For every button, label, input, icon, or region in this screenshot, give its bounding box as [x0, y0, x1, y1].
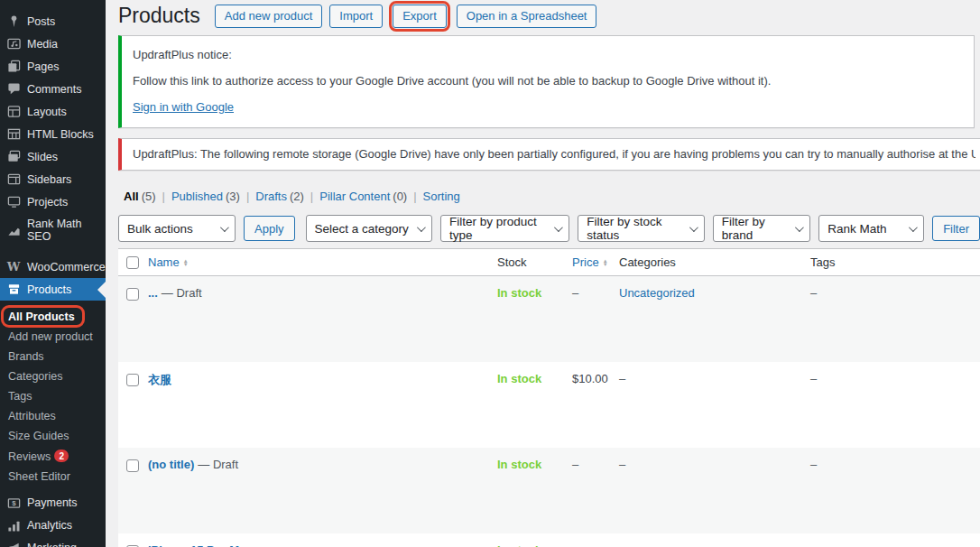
- sidebar-item-sidebars[interactable]: Sidebars: [0, 168, 106, 190]
- brand-filter-select[interactable]: Filter by brand: [713, 215, 810, 242]
- column-header-categories: Categories: [619, 255, 810, 269]
- page-title: Products: [118, 4, 200, 29]
- sidebar-item-projects[interactable]: Projects: [0, 190, 106, 213]
- rank-math-filter-select[interactable]: Rank Math: [818, 215, 924, 242]
- screen-icon: [6, 195, 21, 209]
- product-title-link[interactable]: 衣服: [148, 373, 171, 386]
- column-header-name[interactable]: Name▲▼: [148, 255, 189, 269]
- sort-arrows-icon: ▲▼: [183, 259, 189, 266]
- product-title-link[interactable]: ...: [148, 286, 158, 300]
- tags-value: –: [810, 286, 817, 300]
- view-published[interactable]: Published(3): [156, 190, 240, 203]
- categories-value: –: [619, 543, 625, 547]
- sidebar-item-brands[interactable]: Brands: [0, 347, 106, 366]
- add-new-product-button[interactable]: Add new product: [215, 5, 323, 29]
- bulk-actions-select[interactable]: Bulk actions: [118, 215, 236, 242]
- sidebar-item-tags[interactable]: Tags: [0, 386, 106, 406]
- sidebar-item-size-guides[interactable]: Size Guides: [0, 426, 106, 446]
- sidebar-item-analytics[interactable]: Analytics: [0, 515, 106, 537]
- seo-graph-icon: [6, 224, 21, 237]
- post-state: — Draft: [162, 286, 202, 300]
- sidebar-item-label: Layouts: [27, 106, 67, 118]
- sidebar-item-label: Slides: [27, 151, 58, 163]
- sidebar-item-sheet-editor[interactable]: Sheet Editor: [0, 467, 106, 487]
- chevron-down-icon: [220, 223, 229, 232]
- products-box-icon: [6, 283, 21, 296]
- view-sorting[interactable]: Sorting: [407, 190, 460, 203]
- filter-bar: Bulk actions Apply Select a category Fil…: [118, 215, 980, 242]
- sidebar-item-comments[interactable]: Comments: [0, 78, 106, 100]
- pin-icon: [6, 14, 21, 28]
- sidebar-item-products[interactable]: Products: [0, 278, 106, 301]
- sort-arrows-icon: ▲▼: [603, 259, 608, 266]
- products-table: Name▲▼ Stock Price▲▼ Categories Tags ...…: [118, 248, 980, 547]
- export-button[interactable]: Export: [393, 5, 447, 29]
- stock-status-filter-select[interactable]: Filter by stock status: [578, 215, 705, 242]
- sidebar-item-categories[interactable]: Categories: [0, 366, 106, 386]
- stock-status: In stock: [497, 286, 541, 300]
- svg-text:$: $: [12, 499, 16, 507]
- table-grid-icon: [6, 127, 21, 141]
- chevron-down-icon: [689, 223, 698, 232]
- sidebar-item-posts[interactable]: Posts: [0, 10, 106, 32]
- column-header-price[interactable]: Price▲▼: [572, 255, 608, 269]
- admin-sidebar: Posts Media Pages Comments Layouts HTML …: [0, 0, 106, 547]
- megaphone-icon: [6, 542, 21, 547]
- view-pillar-content[interactable]: Pillar Content(0): [304, 190, 407, 203]
- sidebar-item-pages[interactable]: Pages: [0, 55, 106, 78]
- sidebar-item-html-blocks[interactable]: HTML Blocks: [0, 123, 106, 145]
- woocommerce-icon: W: [6, 260, 21, 274]
- sidebar-item-add-new-product[interactable]: Add new product: [0, 327, 106, 347]
- sidebar-item-media[interactable]: Media: [0, 32, 106, 55]
- table-row: 衣服 In stock $10.00 – –: [118, 362, 980, 448]
- category-filter-select[interactable]: Select a category: [306, 215, 433, 242]
- filter-button[interactable]: Filter: [932, 216, 980, 241]
- media-icon: [6, 37, 21, 51]
- sidebar-item-label: Analytics: [27, 519, 72, 532]
- product-title-link[interactable]: iPhone 15 Pro Max: [148, 543, 253, 547]
- sidebar-item-slides[interactable]: Slides: [0, 145, 106, 168]
- category-link[interactable]: Uncategorized: [619, 286, 695, 300]
- sidebar-item-label: All Products: [8, 311, 75, 323]
- row-checkbox[interactable]: [126, 288, 139, 301]
- price-value: –: [572, 286, 578, 300]
- table-row: ...— Draft In stock – Uncategorized –: [118, 276, 980, 362]
- tags-value: –: [810, 372, 817, 385]
- sidebar-item-marketing[interactable]: Marketing: [0, 537, 106, 547]
- tags-value: –: [810, 543, 817, 547]
- warning-text: UpdraftPlus: The following remote storag…: [133, 147, 975, 161]
- open-in-spreadsheet-button[interactable]: Open in a Spreadsheet: [457, 5, 597, 29]
- sidebar-item-all-products[interactable]: All Products: [0, 307, 106, 327]
- sidebar-item-layouts[interactable]: Layouts: [0, 100, 106, 123]
- column-header-stock: Stock: [497, 255, 572, 269]
- page-header: Products Add new product Import Export O…: [118, 0, 980, 29]
- product-type-filter-select[interactable]: Filter by product type: [440, 215, 569, 242]
- sidebar-item-label: Posts: [27, 15, 55, 28]
- updraftplus-warning-notice: UpdraftPlus: The following remote storag…: [118, 138, 980, 172]
- sidebar-item-payments[interactable]: $ Payments: [0, 492, 106, 515]
- select-all-checkbox[interactable]: [126, 256, 139, 269]
- view-drafts[interactable]: Drafts(2): [240, 190, 304, 203]
- import-button[interactable]: Import: [329, 5, 383, 29]
- stock-status: In stock: [497, 543, 541, 547]
- row-checkbox[interactable]: [126, 459, 139, 472]
- view-all[interactable]: All(5): [124, 190, 156, 203]
- sidebar-item-reviews[interactable]: Reviews2: [0, 446, 106, 467]
- payments-icon: $: [6, 496, 21, 510]
- sidebar-item-label: Comments: [27, 83, 81, 96]
- sign-in-with-google-link[interactable]: Sign in with Google: [133, 100, 234, 114]
- tags-value: –: [810, 458, 817, 471]
- row-checkbox[interactable]: [126, 374, 139, 386]
- sidebar-item-woocommerce[interactable]: W WooCommerce: [0, 255, 106, 278]
- sidebar-item-attributes[interactable]: Attributes: [0, 406, 106, 426]
- post-state: — Draft: [198, 458, 238, 471]
- price-value: –: [572, 543, 578, 547]
- sidebar-item-label: Projects: [27, 196, 68, 209]
- chevron-down-icon: [909, 223, 918, 232]
- product-title-link[interactable]: (no title): [148, 458, 194, 471]
- apply-button[interactable]: Apply: [244, 216, 295, 241]
- table-row: (no title)— Draft In stock – – –: [118, 448, 980, 533]
- wp-admin-app: Posts Media Pages Comments Layouts HTML …: [0, 0, 980, 547]
- sidebar-item-rank-math-seo[interactable]: Rank Math SEO: [0, 213, 106, 247]
- sidebar-item-label: WooCommerce: [27, 261, 106, 274]
